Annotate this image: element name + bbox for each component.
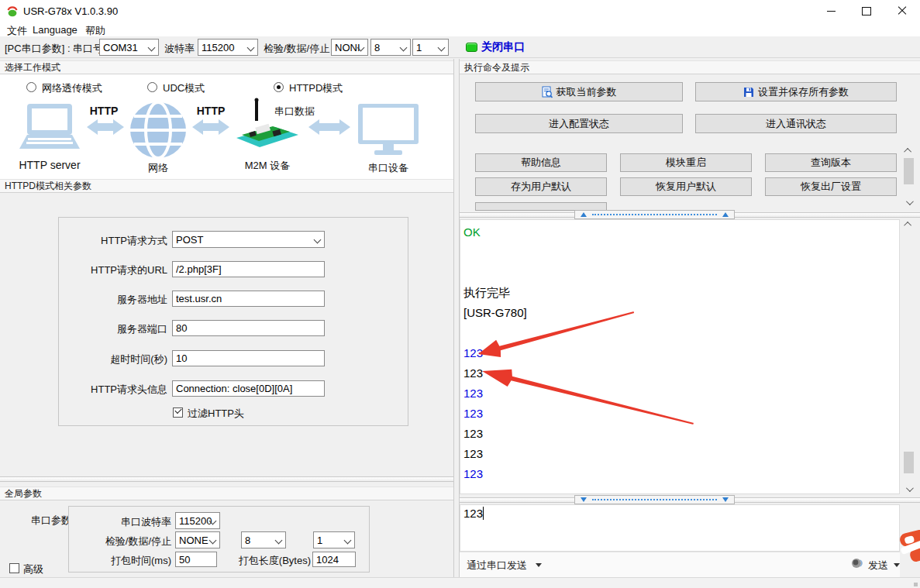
close-icon <box>898 6 907 15</box>
parity-label: 检验/数据/停止 <box>264 42 329 56</box>
http-url-input[interactable] <box>172 261 325 277</box>
chevron-down-icon <box>344 537 352 545</box>
send-button[interactable]: 发送 <box>868 559 888 573</box>
chevron-down-icon[interactable] <box>536 563 542 567</box>
scroll-up-icon[interactable] <box>902 219 915 229</box>
pack-time-label: 打包时间(ms) <box>78 554 171 568</box>
send-via-serial-button[interactable]: 通过串口发送 <box>467 559 527 573</box>
arrow-m2m-serial <box>308 119 350 135</box>
splitter-dots <box>592 214 717 215</box>
collapse-up-icon <box>722 212 729 217</box>
com-port-select[interactable]: COM31 <box>99 39 159 56</box>
node-network-label: 网络 <box>148 162 168 174</box>
scroll-up-icon[interactable] <box>902 146 915 156</box>
scroll-down-icon[interactable] <box>902 484 915 494</box>
monitor-icon <box>358 104 419 155</box>
stopbits-select[interactable]: 1 <box>412 39 449 56</box>
filter-http-checkbox[interactable] <box>173 407 183 418</box>
req-header-input[interactable] <box>172 380 325 397</box>
splitter-handle-down[interactable] <box>574 495 735 504</box>
factory-reset-button[interactable]: 恢复出厂设置 <box>765 177 897 196</box>
databits-select[interactable]: 8 <box>370 39 411 56</box>
scroll-thumb[interactable] <box>904 158 914 184</box>
radio-net-transparent-label[interactable]: 网络透传模式 <box>42 81 102 95</box>
g-stopbits-select[interactable]: 1 <box>313 531 355 548</box>
global-params-header: 全局参数 <box>0 487 453 500</box>
query-version-button[interactable]: 查询版本 <box>765 153 897 172</box>
window-title: USR-G78x V1.0.3.90 <box>23 5 118 17</box>
chevron-down-icon <box>209 537 217 545</box>
filter-http-label[interactable]: 过滤HTTP头 <box>188 407 244 421</box>
log-line: 123 <box>460 404 899 424</box>
menu-bar: 文件 Language 帮助 <box>0 22 920 36</box>
menu-language[interactable]: Language <box>29 22 81 37</box>
close-port-button[interactable]: 关闭串口 <box>481 40 525 54</box>
g-baud-label: 串口波特率 <box>78 515 171 529</box>
link3-label: 串口数据 <box>274 105 315 117</box>
minimize-button[interactable] <box>813 0 849 22</box>
httpd-params-header: HTTPD模式相关参数 <box>0 179 453 193</box>
enter-config-button[interactable]: 进入配置状态 <box>475 114 683 133</box>
parity-select[interactable]: NONI <box>331 39 368 56</box>
http-method-label: HTTP请求方式 <box>59 234 167 248</box>
module-restart-button[interactable]: 模块重启 <box>620 153 752 172</box>
resize-grip[interactable] <box>914 583 918 586</box>
radio-udc[interactable] <box>147 82 157 92</box>
http-method-select[interactable]: POST <box>172 231 325 248</box>
send-bar: 通过串口发送 发送 <box>460 552 900 578</box>
send-input[interactable]: 123 <box>460 504 900 552</box>
text-caret <box>483 507 484 520</box>
command-scrollbar[interactable] <box>902 146 915 208</box>
splitter-handle-up[interactable] <box>574 210 735 219</box>
set-save-params-button[interactable]: 设置并保存所有参数 <box>695 82 897 101</box>
serial-params-box: 串口波特率 115200 检验/数据/停止 NONE 8 1 打包时间(ms) … <box>68 506 370 573</box>
log-scrollbar[interactable] <box>902 219 915 494</box>
app-window: USR-G78x V1.0.3.90 文件 Language 帮助 [PC串口参… <box>0 0 920 588</box>
chevron-down-icon <box>148 44 156 52</box>
collapse-up-icon <box>581 212 587 217</box>
pack-len-input[interactable] <box>312 552 356 567</box>
log-line: 123 <box>460 424 899 444</box>
scroll-thumb[interactable] <box>904 452 914 473</box>
left-splitter[interactable] <box>0 476 453 482</box>
pack-time-input[interactable] <box>175 552 217 567</box>
help-info-button[interactable]: 帮助信息 <box>475 153 607 172</box>
log-line: 123 <box>460 363 899 383</box>
collapse-down-icon <box>722 497 729 502</box>
log-lines: OK执行完毕[USR-G780]123123123123123123123 <box>460 222 899 484</box>
chevron-down-icon <box>275 537 283 545</box>
enter-comm-button[interactable]: 进入通讯状态 <box>695 114 897 133</box>
radio-net-transparent[interactable] <box>26 82 36 92</box>
serial-toolbar: [PC串口参数] : 串口号 COM31 波特率 115200 检验/数据/停止… <box>0 36 920 58</box>
log-line: 执行完毕 <box>460 283 899 303</box>
scroll-down-icon[interactable] <box>902 198 915 208</box>
get-params-button[interactable]: 获取当前参数 <box>475 82 683 101</box>
work-mode-header: 选择工作模式 <box>0 60 453 74</box>
timeout-input[interactable] <box>172 350 325 366</box>
collapse-down-icon <box>581 497 587 502</box>
radio-httpd-label[interactable]: HTTPD模式 <box>289 81 343 95</box>
advanced-label[interactable]: 高级 <box>23 562 43 576</box>
restore-user-default-button[interactable]: 恢复用户默认 <box>620 177 752 196</box>
radio-httpd[interactable] <box>274 82 284 92</box>
radio-udc-label[interactable]: UDC模式 <box>163 81 205 95</box>
server-port-input[interactable] <box>172 320 325 336</box>
g-parity-select[interactable]: NONE <box>175 531 220 548</box>
server-addr-label: 服务器地址 <box>59 293 167 307</box>
maximize-button[interactable] <box>849 0 884 22</box>
timeout-label: 超时时间(秒) <box>59 352 167 366</box>
log-output[interactable]: OK执行完毕[USR-G780]123123123123123123123 <box>460 219 900 494</box>
app-icon <box>6 5 19 17</box>
globe-icon <box>130 102 186 158</box>
save-user-default-button[interactable]: 存为用户默认 <box>475 177 607 196</box>
server-addr-input[interactable] <box>172 291 325 307</box>
log-line: 123 <box>460 444 899 464</box>
arrow-left-net <box>87 119 124 135</box>
advanced-checkbox[interactable] <box>9 563 19 573</box>
speaker-icon <box>851 557 864 570</box>
close-button[interactable] <box>884 0 920 22</box>
g-baud-select[interactable]: 115200 <box>175 512 220 529</box>
log-line <box>460 242 899 263</box>
baud-select[interactable]: 115200 <box>198 39 258 56</box>
g-databits-select[interactable]: 8 <box>241 531 286 548</box>
